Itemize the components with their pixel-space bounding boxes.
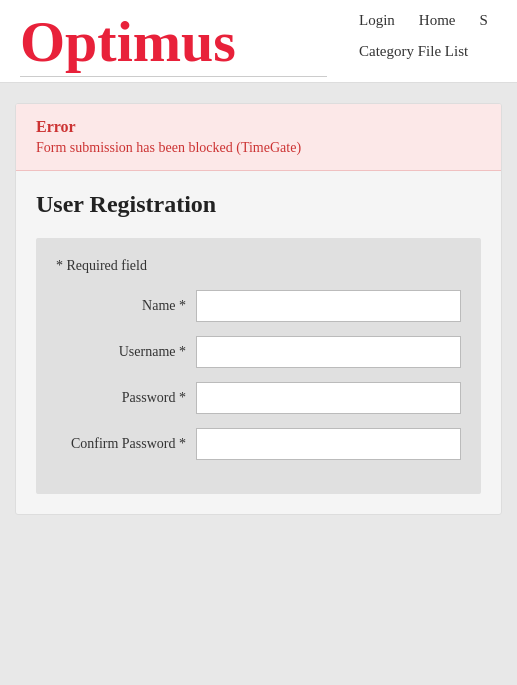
error-title: Error xyxy=(36,118,481,136)
input-confirm-password[interactable] xyxy=(196,428,461,460)
error-message: Form submission has been blocked (TimeGa… xyxy=(36,140,481,156)
main-content: Error Form submission has been blocked (… xyxy=(0,83,517,535)
nav-signup[interactable]: S xyxy=(468,8,500,33)
form-row-username: Username * xyxy=(56,336,461,368)
form-row-confirm-password: Confirm Password * xyxy=(56,428,461,460)
error-banner: Error Form submission has been blocked (… xyxy=(16,104,501,171)
form-title: User Registration xyxy=(36,191,481,218)
form-area: User Registration * Required field Name … xyxy=(16,171,501,514)
label-name: Name * xyxy=(56,298,196,314)
logo-divider xyxy=(20,76,327,77)
logo-area: Optimus xyxy=(0,0,347,82)
nav-area: Login Home S Category File List xyxy=(347,0,517,70)
nav-top-row: Login Home S xyxy=(347,8,517,37)
form-inner: * Required field Name * Username * Passw… xyxy=(36,238,481,494)
label-confirm-password: Confirm Password * xyxy=(56,436,196,452)
nav-category-file-list[interactable]: Category File List xyxy=(347,37,517,70)
header: Optimus Login Home S Category File List xyxy=(0,0,517,83)
required-note: * Required field xyxy=(56,258,461,274)
input-username[interactable] xyxy=(196,336,461,368)
label-username: Username * xyxy=(56,344,196,360)
input-name[interactable] xyxy=(196,290,461,322)
form-row-name: Name * xyxy=(56,290,461,322)
nav-home[interactable]: Home xyxy=(407,8,468,33)
logo: Optimus xyxy=(20,10,327,74)
registration-card: Error Form submission has been blocked (… xyxy=(15,103,502,515)
form-row-password: Password * xyxy=(56,382,461,414)
label-password: Password * xyxy=(56,390,196,406)
nav-login[interactable]: Login xyxy=(347,8,407,33)
input-password[interactable] xyxy=(196,382,461,414)
